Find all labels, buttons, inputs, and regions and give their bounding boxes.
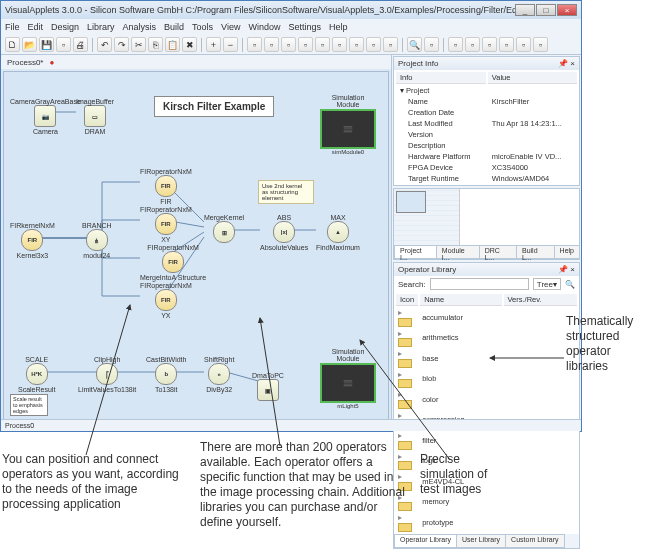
node-merge[interactable]: MergeKernel⊞ [204,214,244,244]
tab-user-library[interactable]: User Library [456,534,506,548]
node-max[interactable]: MAX▲FindMaximum [316,214,360,251]
node-camera[interactable]: CameraGrayAreaBase📷Camera [10,98,81,135]
close-button[interactable]: ✖ [182,37,197,52]
tab-custom-library[interactable]: Custom Library [505,534,564,548]
box3-button[interactable]: ▫ [281,37,296,52]
box6-button[interactable]: ▫ [332,37,347,52]
cut-button[interactable]: ✂ [131,37,146,52]
branch-button[interactable]: ▫ [465,37,480,52]
copy-button[interactable]: ⎘ [148,37,163,52]
open-button[interactable]: 📂 [22,37,37,52]
info-row[interactable]: Last ModifiedThu Apr 18 14:23:1... [396,119,577,128]
operator-folder[interactable]: ▸arithmetics [396,329,577,348]
pin-icon[interactable]: 📌 × [558,265,575,274]
design-canvas[interactable]: Kirsch Filter Example CameraGrayAreaBase… [3,71,389,429]
node-fir3[interactable]: FIRoperatorNxMFIRMergeIntoA Structure [140,244,206,281]
node-clip[interactable]: ClipHigh⎡LimitValuesTo138it [78,356,136,393]
info-row[interactable]: Creation Date [396,108,577,117]
menu-tools[interactable]: Tools [192,22,213,32]
analyze-button[interactable]: ▫ [448,37,463,52]
new-button[interactable]: 🗋 [5,37,20,52]
operator-folder[interactable]: ▸filter [396,431,577,450]
node-scale[interactable]: SCALEH*KScaleResult [18,356,55,393]
search-icon[interactable]: 🔍 [565,280,575,289]
tab-BuildL[interactable]: Build L... [516,245,555,259]
zoom-in-button[interactable]: + [206,37,221,52]
menu-file[interactable]: File [5,22,20,32]
menu-analysis[interactable]: Analysis [123,22,157,32]
save-button[interactable]: 💾 [39,37,54,52]
info-row[interactable]: Target RuntimeWindows/AMD64 [396,174,577,183]
zoom-out-button[interactable]: − [223,37,238,52]
menu-library[interactable]: Library [87,22,115,32]
save-all-button[interactable]: ▫ [56,37,71,52]
info-row[interactable]: FPGA DeviceXC3S4000 [396,163,577,172]
node-dma[interactable]: DmaToPC▣ [252,372,284,402]
menu-build[interactable]: Build [164,22,184,32]
node-dram[interactable]: ImageBuffer▭DRAM [76,98,114,135]
tool3-button[interactable]: ▫ [533,37,548,52]
buffer-icon: ▭ [84,105,106,127]
node-branch[interactable]: BRANCH⋔modul24 [82,222,112,259]
box4-button[interactable]: ▫ [298,37,313,52]
view-select[interactable]: Tree ▾ [533,278,561,290]
sim-module-0[interactable]: Simulation Module▒▒simModule0 [320,94,376,155]
info-row[interactable]: Version [396,130,577,139]
menu-window[interactable]: Window [248,22,280,32]
pin-icon[interactable]: 📌 × [558,59,575,68]
operator-folder[interactable]: ▸base [396,349,577,368]
operator-folder[interactable]: ▸color [396,390,577,409]
node-cast[interactable]: CastBitWidthbTo138it [146,356,186,393]
titlebar[interactable]: VisualApplets 3.0.0 - Silicon Software G… [1,1,581,19]
box9-button[interactable]: ▫ [383,37,398,52]
box2-button[interactable]: ▫ [264,37,279,52]
maximize-button[interactable]: □ [536,4,556,16]
redo-button[interactable]: ↷ [114,37,129,52]
menu-help[interactable]: Help [329,22,348,32]
fit-button[interactable]: ▫ [482,37,497,52]
hint-kernel: Use 2nd kernel as structuring element [258,180,314,204]
operator-folder[interactable]: ▸accumulator [396,308,577,327]
tab-DRCL[interactable]: DRC L... [479,245,517,259]
menu-view[interactable]: View [221,22,240,32]
node-abs[interactable]: ABS|x|AbsoluteValues [260,214,308,251]
branch-icon: ⋔ [86,229,108,251]
box5-button[interactable]: ▫ [315,37,330,52]
node-shift[interactable]: ShiftRight»DivBy32 [204,356,234,393]
menubar: File Edit Design Library Analysis Build … [1,19,581,35]
sim-module-1[interactable]: Simulation Module▒▒mLight5 [320,348,376,409]
tab-operator-library[interactable]: Operator Library [394,534,457,548]
menu-edit[interactable]: Edit [28,22,44,32]
tool2-button[interactable]: ▫ [516,37,531,52]
box7-button[interactable]: ▫ [349,37,364,52]
node-fir4[interactable]: FIRoperatorNxMFIRYX [140,282,192,319]
search-button[interactable]: 🔍 [407,37,422,52]
close-button[interactable]: × [557,4,577,16]
canvas-tab[interactable]: Process0*● [1,55,391,69]
operator-folder[interactable]: ▸prototype [396,513,577,532]
node-fir1[interactable]: FIRoperatorNxMFIRFIR [140,168,192,205]
paste-button[interactable]: 📋 [165,37,180,52]
info-row[interactable]: Hardware PlatformmicroEnable IV VD... [396,152,577,161]
search2-button[interactable]: ▫ [424,37,439,52]
minimap[interactable] [394,189,460,245]
tool1-button[interactable]: ▫ [499,37,514,52]
fir-icon: FIR [162,251,184,273]
menu-settings[interactable]: Settings [288,22,321,32]
info-row[interactable]: Description [396,141,577,150]
print-button[interactable]: 🖨 [73,37,88,52]
sim-image-icon: ▒▒ [320,363,376,403]
box8-button[interactable]: ▫ [366,37,381,52]
tab-ProjectI[interactable]: Project I... [394,245,437,259]
info-row[interactable]: NameKirschFilter [396,97,577,106]
operator-folder[interactable]: ▸blob [396,370,577,389]
tab-ModuleI[interactable]: Module I... [436,245,480,259]
node-fir2[interactable]: FIRoperatorNxMFIRXY [140,206,192,243]
tab-Help[interactable]: Help [554,245,580,259]
undo-button[interactable]: ↶ [97,37,112,52]
box1-button[interactable]: ▫ [247,37,262,52]
menu-design[interactable]: Design [51,22,79,32]
search-input[interactable] [430,278,529,290]
minimize-button[interactable]: _ [515,4,535,16]
node-kernel[interactable]: FIRkernelNxMFIRKernel3x3 [10,222,55,259]
